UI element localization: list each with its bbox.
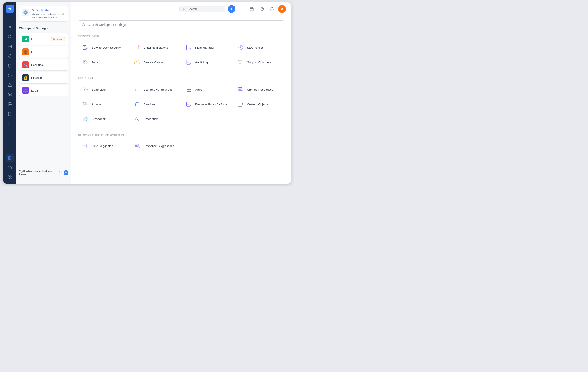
settings-item-custom-objects[interactable]: Custom Objects — [233, 97, 284, 111]
nav-item-apps[interactable] — [6, 173, 14, 181]
section-virtual-agent: els they are already on, with virtual ag… — [78, 134, 284, 136]
settings-item-response-suggestions[interactable]: Response Suggestions — [130, 139, 181, 153]
svg-rect-51 — [187, 62, 189, 63]
nav-item-settings[interactable] — [6, 154, 14, 162]
svg-rect-11 — [8, 176, 10, 177]
try-freshservice-chevron[interactable]: ∨ — [64, 170, 68, 175]
svg-rect-39 — [187, 47, 189, 47]
svg-rect-66 — [85, 103, 86, 104]
app-logo[interactable] — [6, 5, 14, 13]
svg-point-10 — [10, 157, 10, 159]
svg-point-64 — [84, 104, 85, 105]
email-notifications-icon: ! — [133, 43, 141, 52]
workspace-item-hr[interactable]: 👤 HR — [19, 46, 68, 58]
settings-item-field-manager[interactable]: Field Manager — [181, 41, 232, 54]
add-button[interactable]: + — [228, 5, 235, 13]
workspace-item-legal[interactable]: ⚖️ Legal — [19, 84, 68, 96]
user-avatar[interactable]: A — [278, 5, 286, 13]
virtual-agent-grid: Field Suggester Response Suggestions — [78, 139, 284, 153]
workspace-item-it[interactable]: 🖥 IT 🔶 Primary — [19, 33, 68, 45]
settings-item-sla-policies[interactable]: SLA Policies — [233, 41, 284, 54]
settings-item-business-rules[interactable]: Business Rules for form — [181, 97, 232, 111]
settings-item-service-desk-security[interactable]: Service Desk Security — [78, 41, 129, 54]
nav-item-print[interactable] — [6, 100, 14, 108]
help-icon-button[interactable] — [258, 5, 266, 13]
calendar-icon-button[interactable] — [248, 5, 256, 13]
workspace-list: 🖥 IT 🔶 Primary 👤 HR 🔧 Facilities 💰 Finan… — [16, 33, 71, 96]
response-suggestions-icon — [133, 142, 141, 150]
settings-item-audit-log[interactable]: Audit Log — [181, 55, 232, 69]
scenario-automations-icon — [133, 85, 141, 94]
nav-item-search[interactable] — [6, 33, 14, 41]
workspace-search-input[interactable] — [88, 23, 280, 27]
nav-item-power[interactable] — [6, 71, 14, 79]
nav-item-home[interactable] — [6, 23, 14, 31]
try-freshservice-info-icon[interactable]: ⓘ — [59, 171, 62, 175]
settings-item-sandbox[interactable]: Sandbox — [130, 97, 181, 111]
settings-item-tags[interactable]: Tags — [78, 55, 129, 69]
svg-point-61 — [189, 90, 191, 92]
nav-item-chart[interactable] — [6, 119, 14, 128]
svg-rect-14 — [10, 178, 11, 179]
audit-log-label: Audit Log — [195, 61, 208, 64]
settings-item-support-channels[interactable]: Support Channels — [233, 55, 284, 69]
workspace-item-facilities[interactable]: 🔧 Facilities — [19, 59, 68, 71]
nav-item-layers[interactable] — [6, 91, 14, 99]
workspace-name-hr: HR — [31, 50, 65, 54]
workspace-name-legal: Legal — [31, 89, 65, 92]
global-search-box[interactable] — [179, 6, 225, 12]
workspace-icon-it: 🖥 — [22, 36, 29, 42]
settings-item-service-catalog[interactable]: Service Catalog — [130, 55, 181, 69]
custom-objects-icon — [237, 100, 245, 108]
nav-item-inbox[interactable] — [6, 42, 14, 51]
sidebar-toggle[interactable]: › — [8, 16, 12, 21]
notifications-icon-button[interactable] — [268, 5, 276, 13]
workspace-name-it: IT — [31, 37, 48, 41]
svg-rect-30 — [84, 46, 85, 46]
svg-rect-70 — [187, 104, 189, 104]
global-search-input[interactable] — [188, 7, 222, 11]
settings-item-freshdesk[interactable]: Freshdesk — [78, 112, 129, 126]
svg-point-47 — [137, 63, 138, 63]
workspace-item-finance[interactable]: 💰 Finance — [19, 72, 68, 83]
workspace-settings-label: Workspace Settings — [19, 26, 48, 30]
support-channels-icon — [237, 58, 245, 66]
svg-rect-73 — [238, 102, 242, 106]
svg-point-56 — [84, 88, 85, 89]
service-desk-security-label: Service Desk Security — [92, 46, 121, 49]
settings-item-email-notifications[interactable]: ! Email Notifications — [130, 41, 181, 54]
settings-item-canned-responses[interactable]: Canned Responses — [233, 83, 284, 96]
nav-item-cloud[interactable] — [6, 164, 14, 172]
settings-item-credentials[interactable]: Credentials — [130, 112, 181, 126]
sidebar-bottom: Try Freshservice for business teams ⓘ ∨ — [16, 165, 71, 180]
sandbox-icon — [133, 100, 141, 108]
tasks-icon-button[interactable] — [238, 5, 246, 13]
global-settings-card[interactable]: ⚙️ Global Settings Manage users and sett… — [19, 6, 68, 21]
tags-icon — [81, 58, 89, 66]
svg-rect-32 — [84, 48, 84, 48]
svg-rect-75 — [239, 104, 241, 104]
nav-item-bugs[interactable] — [6, 52, 14, 60]
settings-item-apps[interactable]: Apps — [181, 83, 232, 96]
settings-item-supervisor[interactable]: Supervisor — [78, 83, 129, 96]
virtual-agent-description: els they are already on, with virtual ag… — [78, 134, 284, 136]
nav-bar: › — [3, 2, 16, 184]
workspace-icon-finance: 💰 — [22, 74, 29, 81]
settings-item-field-suggester[interactable]: Field Suggester — [78, 139, 129, 153]
nav-item-book[interactable] — [6, 110, 14, 118]
settings-item-scenario-automations[interactable]: Scenario Automations — [130, 83, 181, 96]
svg-rect-45 — [134, 62, 139, 64]
nav-item-shield[interactable] — [6, 62, 14, 70]
workspace-more-button[interactable]: ⋯ — [63, 25, 68, 31]
global-settings-description: Manage users and settings that apply acr… — [32, 13, 65, 19]
svg-point-57 — [135, 91, 136, 91]
settings-item-arcade[interactable]: Arcade — [78, 97, 129, 111]
service-catalog-label: Service Catalog — [144, 61, 165, 64]
service-catalog-icon — [133, 58, 141, 66]
svg-rect-13 — [8, 178, 10, 179]
svg-point-77 — [135, 117, 137, 120]
nav-item-alert[interactable] — [6, 81, 14, 89]
email-notifications-label: Email Notifications — [144, 46, 168, 49]
workspace-search-box[interactable] — [78, 21, 284, 29]
workspace-icon-hr: 👤 — [22, 48, 29, 55]
